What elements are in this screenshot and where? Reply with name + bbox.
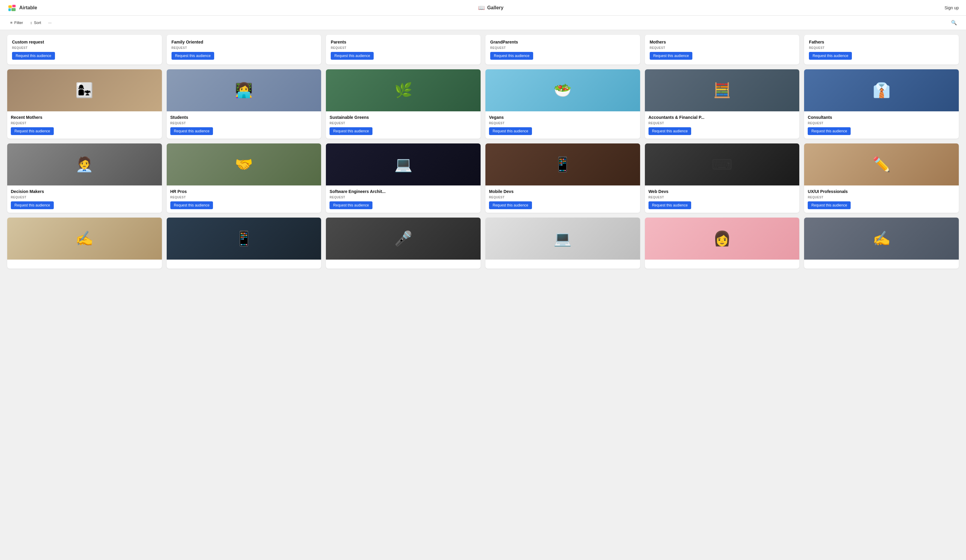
card-body-partial [485,260,640,269]
gallery-card: ✍️ [7,218,162,269]
more-icon: ··· [48,20,52,25]
filter-button[interactable]: ≡ Filter [7,19,26,27]
card-label: REQUEST [808,196,955,199]
card-label: REQUEST [11,196,158,199]
card-body: UX/UI Professionals REQUEST Request this… [804,185,959,213]
card-label: REQUEST [809,46,954,49]
card-body: Vegans REQUEST Request this audience [485,111,640,139]
toolbar: ≡ Filter ↕ Sort ··· 🔍 [0,16,966,30]
card-title: GrandParents [490,39,635,44]
card-image: 👩‍👧 [7,69,162,111]
card-label: REQUEST [12,46,157,49]
svg-rect-5 [12,8,16,11]
gallery-card: 👔 Consultants REQUEST Request this audie… [804,69,959,139]
request-audience-button[interactable]: Request this audience [170,201,213,209]
card-image: 🥗 [485,69,640,111]
request-audience-button[interactable]: Request this audience [649,201,692,209]
gallery-card: Mothers REQUEST Request this audience [645,35,800,64]
card-image: 🎤 [326,218,481,260]
request-audience-button[interactable]: Request this audience [12,52,55,60]
filter-icon: ≡ [10,20,13,25]
more-button[interactable]: ··· [45,19,55,27]
card-label: REQUEST [330,196,477,199]
gallery-card: 🥗 Vegans REQUEST Request this audience [485,69,640,139]
gallery-card: 💻 Software Engineers Archit... REQUEST R… [326,144,481,213]
card-image: 💻 [326,144,481,185]
card-label: REQUEST [171,46,317,49]
card-label: REQUEST [650,46,795,49]
sign-up-link[interactable]: Sign up [945,5,959,10]
card-label: REQUEST [489,121,636,125]
card-title: Family Oriented [171,39,317,44]
card-label: REQUEST [489,196,636,199]
card-title: Fathers [809,39,954,44]
request-audience-button[interactable]: Request this audience [11,201,54,209]
request-audience-button[interactable]: Request this audience [809,52,852,60]
request-audience-button[interactable]: Request this audience [490,52,533,60]
gallery-card: 👩‍💻 Students REQUEST Request this audien… [167,69,321,139]
logo[interactable]: Airtable [7,3,37,13]
card-label: REQUEST [649,196,796,199]
card-body-partial [804,260,959,269]
request-audience-button[interactable]: Request this audience [11,127,54,135]
card-image: 👔 [804,69,959,111]
sort-button[interactable]: ↕ Sort [27,19,44,27]
request-audience-button[interactable]: Request this audience [808,201,851,209]
card-title: Parents [331,39,476,44]
card-label: REQUEST [11,121,158,125]
card-label: REQUEST [490,46,635,49]
card-title: HR Pros [170,189,318,194]
request-audience-button[interactable]: Request this audience [489,201,532,209]
request-audience-button[interactable]: Request this audience [489,127,532,135]
card-label: REQUEST [649,121,796,125]
request-audience-button[interactable]: Request this audience [808,127,851,135]
card-body-partial [326,260,481,269]
app-name: Airtable [19,5,37,10]
card-body: Recent Mothers REQUEST Request this audi… [7,111,162,139]
request-audience-button[interactable]: Request this audience [649,127,692,135]
card-body: GrandParents REQUEST Request this audien… [485,35,640,64]
card-body: Parents REQUEST Request this audience [326,35,481,64]
gallery-card: 📱 [167,218,321,269]
svg-rect-3 [12,5,16,7]
card-label: REQUEST [331,46,476,49]
card-image: 🌿 [326,69,481,111]
card-title: Sustainable Greens [330,115,477,120]
card-body: Mothers REQUEST Request this audience [645,35,800,64]
card-image: 📱 [167,218,321,260]
gallery-card: Family Oriented REQUEST Request this aud… [167,35,321,64]
request-audience-button[interactable]: Request this audience [330,201,373,209]
gallery-card: 🌿 Sustainable Greens REQUEST Request thi… [326,69,481,139]
card-title: Decision Makers [11,189,158,194]
gallery-container: Custom request REQUEST Request this audi… [0,30,966,559]
card-title: Students [170,115,318,120]
card-body: Students REQUEST Request this audience [167,111,321,139]
request-audience-button[interactable]: Request this audience [171,52,214,60]
card-title: UX/UI Professionals [808,189,955,194]
gallery-card: 🤝 HR Pros REQUEST Request this audience [167,144,321,213]
search-button[interactable]: 🔍 [949,18,959,27]
gallery-card: Parents REQUEST Request this audience [326,35,481,64]
request-audience-button[interactable]: Request this audience [330,127,373,135]
gallery-card: 👩 [645,218,800,269]
card-title: Software Engineers Archit... [330,189,477,194]
gallery-card: GrandParents REQUEST Request this audien… [485,35,640,64]
card-body: Fathers REQUEST Request this audience [804,35,959,64]
gallery-card: ✏️ UX/UI Professionals REQUEST Request t… [804,144,959,213]
card-image: 🤝 [167,144,321,185]
request-audience-button[interactable]: Request this audience [650,52,693,60]
gallery-card: 🎤 [326,218,481,269]
card-title: Mobile Devs [489,189,636,194]
card-body: HR Pros REQUEST Request this audience [167,185,321,213]
gallery-card: 📱 Mobile Devs REQUEST Request this audie… [485,144,640,213]
svg-rect-4 [8,8,11,11]
card-image: ✍️ [804,218,959,260]
card-body: Software Engineers Archit... REQUEST Req… [326,185,481,213]
request-audience-button[interactable]: Request this audience [170,127,213,135]
request-audience-button[interactable]: Request this audience [331,52,374,60]
gallery-card: ✍️ [804,218,959,269]
card-title: Recent Mothers [11,115,158,120]
sort-label: Sort [34,20,41,25]
card-image: 🧑‍💼 [7,144,162,185]
header: Airtable 📖 Gallery Sign up [0,0,966,16]
